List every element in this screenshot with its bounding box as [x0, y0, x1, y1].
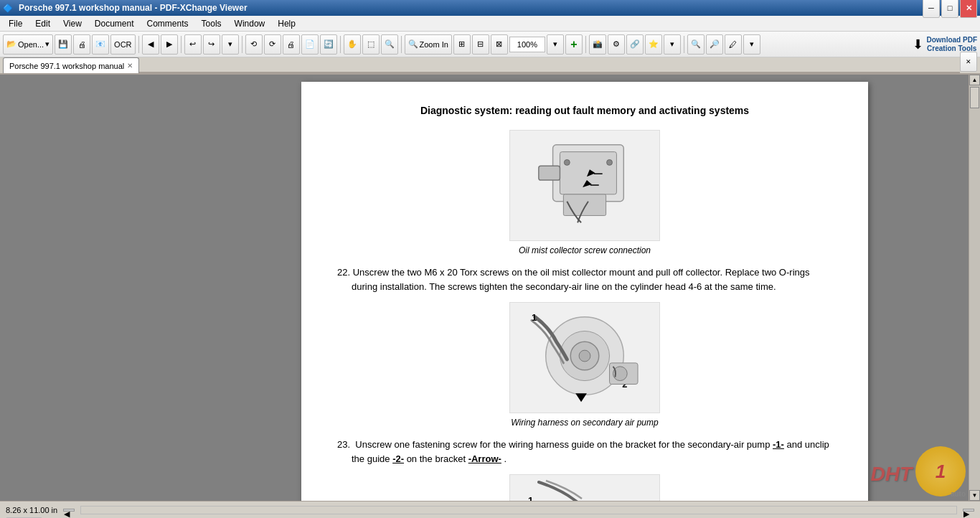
minimize-button[interactable]: ─ [923, 0, 940, 18]
download-pdf-button[interactable]: Download PDF Creation Tools [926, 36, 977, 53]
download-area: ⬇ Download PDF Creation Tools [913, 36, 977, 53]
save-button[interactable]: 💾 [55, 34, 72, 55]
scroll-track[interactable] [969, 85, 980, 490]
step23-number: 23. [337, 439, 350, 450]
select-button[interactable]: ⬚ [362, 34, 380, 55]
pdf-page: Diagnostic system: reading out fault mem… [301, 82, 868, 501]
send-button[interactable]: 📧 [92, 34, 109, 55]
figure2-caption: Wiring harness on secondary air pump [511, 416, 658, 429]
right-scrollbar[interactable]: ▲ ▼ [969, 75, 980, 501]
link-button[interactable]: 🔗 [626, 34, 644, 55]
step23-text4: . [504, 453, 507, 464]
tab-bar: Porsche 997.1 workshop manual ✕ ✕ [0, 57, 980, 75]
print2-button[interactable]: 🖨 [283, 34, 300, 55]
step23: 23. Unscrew one fastening screw for the … [337, 438, 832, 466]
separator-6 [585, 36, 586, 53]
svg-point-15 [579, 350, 590, 362]
fit-width-button[interactable]: ⊟ [472, 34, 489, 55]
zoom-dropdown-button[interactable]: ▾ [547, 34, 564, 55]
horizontal-scroll-left-button[interactable]: ◀ [63, 509, 75, 512]
tools-button[interactable]: ⚙ [608, 34, 625, 55]
document-area: Diagnostic system: reading out fault mem… [201, 75, 969, 501]
separator-2 [181, 36, 182, 53]
maximize-button[interactable]: □ [941, 0, 958, 18]
svg-point-9 [564, 159, 570, 165]
figure2-container: 1 2 Wiring harness on secondary air pump [337, 302, 832, 429]
svg-text:1: 1 [532, 312, 537, 323]
folder-icon: 📂 [6, 39, 17, 49]
more-tools-button[interactable]: ▾ [664, 34, 681, 55]
open-button[interactable]: 📂 Open... ▾ [3, 34, 53, 55]
fit-height-button[interactable]: ⊠ [491, 34, 508, 55]
search-button[interactable]: 🔍 [687, 34, 705, 55]
back-button[interactable]: ◀ [142, 34, 159, 55]
separator-5 [401, 36, 402, 53]
star-button[interactable]: ⭐ [645, 34, 662, 55]
menu-file[interactable]: File [3, 17, 28, 30]
ocr-button[interactable]: OCR [110, 34, 135, 55]
svg-rect-3 [539, 166, 560, 180]
zoom-plus-button[interactable]: + [565, 34, 583, 55]
pan-button[interactable]: ✋ [344, 34, 361, 55]
tab-close-button[interactable]: ✕ [127, 62, 133, 70]
scroll-thumb[interactable] [970, 87, 979, 108]
toolbar: 📂 Open... ▾ 💾 🖨 📧 OCR ◀ ▶ ↩ ↪ ▾ ⟲ ⟳ 🖨 📄 … [0, 32, 980, 57]
menu-edit[interactable]: Edit [29, 17, 56, 30]
svg-point-10 [607, 159, 613, 165]
fit-page-button[interactable]: ⊞ [453, 34, 471, 55]
close-button[interactable]: ✕ [960, 0, 977, 18]
svg-text:1: 1 [528, 495, 533, 501]
tab-empty-area [139, 72, 960, 73]
step23-text: Unscrew one fastening screw for the wiri… [355, 439, 770, 450]
separator-3 [242, 36, 242, 53]
zoom-value-input[interactable] [509, 37, 545, 52]
close-doc-button[interactable]: ✕ [960, 52, 977, 72]
menu-document[interactable]: Document [89, 17, 140, 30]
replace-button[interactable]: 🔄 [320, 34, 337, 55]
document-tab[interactable]: Porsche 997.1 workshop manual ✕ [3, 57, 139, 73]
step22-text: 22. Unscrew the two M6 x 20 Torx screws … [337, 267, 809, 292]
horizontal-scroll-track[interactable] [80, 506, 957, 514]
rotate-left-button[interactable]: ⟲ [245, 34, 263, 55]
redo-dropdown[interactable]: ▾ [222, 34, 239, 55]
separator-4 [340, 36, 341, 53]
page-size-label: 8.26 x 11.00 in [6, 506, 57, 514]
search2-button[interactable]: 🔎 [706, 34, 723, 55]
figure1-image [509, 130, 660, 241]
step23-ref3: -Arrow- [468, 453, 501, 464]
separator-7 [684, 36, 684, 53]
zoom-in-label: Zoom In [420, 40, 448, 49]
menu-tools[interactable]: Tools [196, 17, 227, 30]
figure2-image: 1 2 [509, 302, 660, 413]
figure3-image: 1 [509, 474, 660, 501]
menu-window[interactable]: Window [229, 17, 271, 30]
horizontal-scroll-right-button[interactable]: ▶ [963, 509, 974, 512]
menu-view[interactable]: View [57, 17, 88, 30]
page-title: Diagnostic system: reading out fault mem… [337, 103, 832, 118]
step22: 22. Unscrew the two M6 x 20 Torx screws … [337, 265, 832, 293]
partial-diagram: 1 [510, 475, 660, 501]
menu-comments[interactable]: Comments [141, 17, 194, 30]
extract-button[interactable]: 📄 [301, 34, 319, 55]
separator-1 [138, 36, 139, 53]
ocr-label: OCR [114, 40, 131, 49]
forward-button[interactable]: ▶ [161, 34, 178, 55]
svg-rect-4 [563, 194, 606, 216]
scroll-up-button[interactable]: ▲ [969, 75, 980, 85]
scroll-down-button[interactable]: ▼ [969, 490, 980, 501]
download-icon[interactable]: ⬇ [913, 37, 923, 52]
more-highlight-button[interactable]: ▾ [743, 34, 760, 55]
tab-label: Porsche 997.1 workshop manual [9, 62, 124, 70]
print-button[interactable]: 🖨 [73, 34, 90, 55]
snapshot-button[interactable]: 📸 [589, 34, 606, 55]
highlight-button[interactable]: 🖊 [725, 34, 742, 55]
undo-button[interactable]: ↩ [184, 34, 202, 55]
zoom-select-button[interactable]: 🔍 [381, 34, 398, 55]
rotate-right-button[interactable]: ⟳ [264, 34, 281, 55]
redo-button[interactable]: ↪ [203, 34, 220, 55]
window-controls: ─ □ ✕ [923, 0, 977, 18]
menu-help[interactable]: Help [272, 17, 301, 30]
step23-text3: on the bracket [407, 453, 466, 464]
zoom-in-button[interactable]: 🔍 Zoom In [405, 34, 452, 55]
left-panel [0, 75, 201, 501]
